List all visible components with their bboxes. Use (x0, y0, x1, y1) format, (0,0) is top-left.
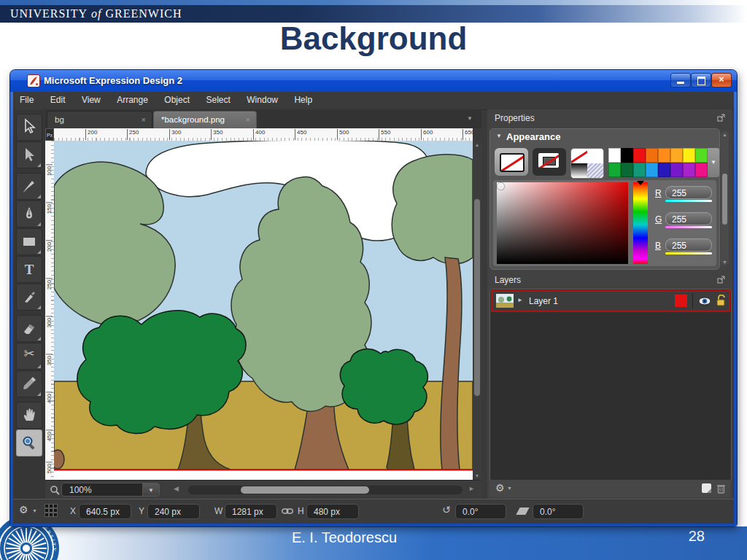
scrollbar-thumb[interactable] (722, 174, 727, 225)
undock-icon[interactable] (717, 114, 725, 122)
chevron-down-icon[interactable]: ▼ (32, 508, 37, 513)
minimize-button[interactable] (671, 74, 690, 87)
palette-swatch[interactable] (646, 148, 658, 163)
sage-tree-left[interactable] (54, 162, 175, 325)
palette-swatch[interactable] (683, 148, 695, 163)
canvas-horizontal-scrollbar[interactable] (188, 486, 462, 494)
scroll-right-icon[interactable]: ► (468, 485, 475, 492)
tab-close-icon[interactable]: × (246, 115, 250, 124)
layers-options-gear-icon[interactable]: ⚙ (495, 482, 505, 494)
rectangle-tool-button[interactable] (16, 228, 42, 255)
pattern-fill-quadrant[interactable] (587, 163, 603, 178)
scrollbar-thumb[interactable] (474, 199, 480, 396)
layer-name[interactable]: Layer 1 (529, 296, 558, 306)
palette-swatch[interactable] (621, 163, 633, 177)
palette-swatch[interactable] (608, 148, 621, 163)
appearance-header[interactable]: ▼ Appearance (490, 129, 719, 145)
menu-help[interactable]: Help (287, 92, 319, 105)
canvas-vertical-scrollbar[interactable]: ▲ ▼ (473, 141, 481, 480)
menu-object[interactable]: Object (158, 92, 196, 105)
properties-scrollbar[interactable]: ▲ ▼ (721, 131, 729, 265)
options-gear-icon[interactable]: ⚙ (19, 504, 28, 516)
canvas-artwork[interactable] (54, 141, 473, 480)
layer-unlocked-icon[interactable] (716, 295, 727, 307)
registration-point-grid-icon[interactable] (45, 505, 58, 518)
scroll-up-icon[interactable]: ▲ (721, 132, 729, 137)
palette-swatch[interactable] (608, 163, 621, 177)
r-value-field[interactable]: 255 (665, 186, 712, 199)
color-marker[interactable] (498, 183, 504, 190)
stroke-none-button[interactable] (533, 148, 566, 176)
palette-swatch[interactable] (670, 163, 683, 177)
direct-selection-tool-button[interactable] (16, 141, 42, 168)
solid-fill-quadrant[interactable] (587, 149, 603, 163)
close-button[interactable]: × (712, 74, 731, 87)
hue-marker[interactable] (637, 181, 644, 185)
menu-view[interactable]: View (75, 92, 107, 105)
menu-window[interactable]: Window (240, 92, 285, 105)
fill-none-quadrant[interactable] (571, 149, 587, 163)
layer-row-selected[interactable]: ► Layer 1 (491, 290, 730, 312)
eraser-tool-button[interactable] (16, 315, 42, 342)
tab-bg[interactable]: bg × (47, 111, 152, 129)
width-field[interactable]: 1281 px (225, 504, 277, 519)
palette-swatch[interactable] (695, 148, 708, 163)
tab-overflow-icon[interactable]: ▼ (467, 115, 473, 122)
delete-layer-trash-icon[interactable] (716, 483, 726, 494)
scroll-down-icon[interactable]: ▼ (721, 260, 729, 265)
palette-swatch[interactable] (646, 163, 658, 177)
undock-icon[interactable] (717, 276, 725, 284)
fill-none-button[interactable] (495, 148, 528, 176)
layer-color-swatch[interactable] (675, 295, 687, 307)
scrollbar-thumb[interactable] (241, 486, 369, 494)
zoom-dropdown-button[interactable]: ▼ (142, 483, 160, 497)
g-value-field[interactable]: 255 (665, 212, 712, 225)
menu-arrange[interactable]: Arrange (110, 92, 155, 105)
paintbrush-tool-button[interactable] (16, 173, 42, 200)
chevron-down-icon[interactable]: ▼ (507, 486, 512, 491)
tab-close-icon[interactable]: × (142, 115, 146, 124)
sage-tree-right[interactable] (392, 155, 473, 264)
scroll-left-icon[interactable]: ◀ (174, 485, 179, 492)
palette-swatch[interactable] (621, 148, 633, 163)
text-tool-button[interactable]: T (16, 256, 42, 283)
canvas-viewport[interactable] (54, 141, 473, 480)
maximize-button[interactable] (692, 74, 711, 87)
palette-swatch[interactable] (683, 163, 695, 177)
y-position-field[interactable]: 240 px (147, 504, 200, 519)
gradient-fill-quadrant[interactable] (571, 163, 587, 178)
pen-tool-button[interactable] (16, 201, 42, 228)
saturation-square[interactable] (497, 182, 628, 264)
fill-type-selector[interactable] (570, 148, 604, 179)
tab-background-png[interactable]: *background.png × (153, 111, 257, 129)
scroll-up-icon[interactable]: ▲ (473, 142, 481, 147)
palette-swatch[interactable] (633, 148, 646, 163)
b-value-field[interactable]: 255 (665, 238, 712, 252)
palette-swatch[interactable] (633, 163, 646, 177)
palette-swatch[interactable] (658, 163, 670, 177)
palette-swatch[interactable] (695, 163, 708, 177)
palette-more-button[interactable]: ▼ (708, 148, 719, 177)
palette-swatch[interactable] (670, 148, 683, 163)
rotation-field[interactable]: 0.0° (455, 504, 506, 519)
selection-tool-button[interactable] (16, 114, 42, 141)
scissors-tool-button[interactable]: ✂ (16, 343, 42, 370)
pan-tool-button[interactable] (16, 402, 42, 429)
new-layer-button[interactable] (702, 483, 711, 493)
x-position-field[interactable]: 640.5 px (79, 504, 131, 519)
palette-swatch[interactable] (658, 148, 670, 163)
ruler-unit[interactable]: Px (45, 128, 54, 141)
collapse-triangle-icon[interactable]: ▼ (496, 133, 502, 139)
zoom-level-field[interactable]: 100% (61, 483, 143, 497)
hue-strip[interactable] (633, 182, 648, 264)
scroll-down-icon[interactable]: ▼ (473, 473, 481, 478)
menu-select[interactable]: Select (199, 92, 236, 105)
zoom-tool-button[interactable] (16, 429, 42, 456)
menu-edit[interactable]: Edit (44, 92, 72, 105)
link-dimensions-icon[interactable] (282, 508, 293, 515)
window-titlebar[interactable]: Microsoft Expression Design 2 × (10, 70, 737, 92)
layer-visibility-eye-icon[interactable] (698, 297, 711, 306)
menu-file[interactable]: File (13, 92, 40, 105)
layer-expand-icon[interactable]: ► (517, 297, 523, 303)
polyline-tool-button[interactable] (16, 284, 42, 311)
